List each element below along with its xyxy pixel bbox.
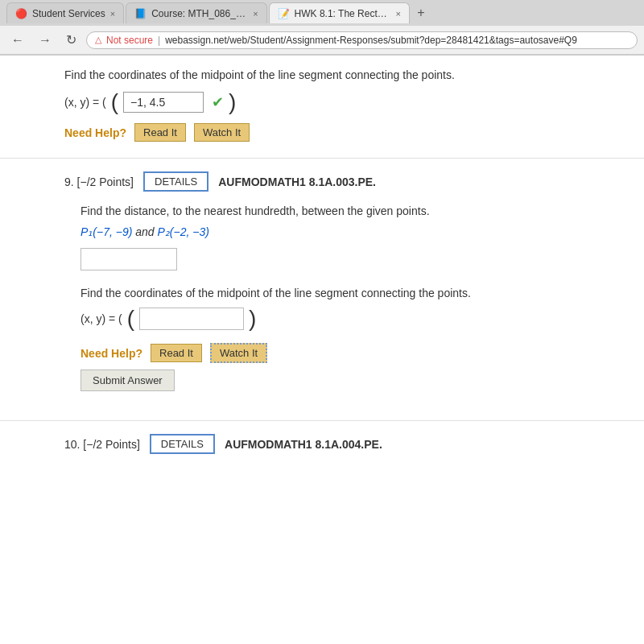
lock-icon: △ bbox=[95, 35, 101, 45]
question-10-id: AUFMODMATH1 8.1A.004.PE. bbox=[225, 438, 382, 451]
nav-bar: ← → ↻ △ Not secure | webassign.net/web/S… bbox=[0, 26, 644, 55]
tab-icon-hwk: 📝 bbox=[278, 8, 290, 19]
points-and: and bbox=[135, 225, 157, 238]
prev-close-paren: ) bbox=[229, 91, 236, 114]
tab-close-course[interactable]: × bbox=[253, 9, 258, 19]
p1-label: P₁(−7, −9) bbox=[80, 225, 132, 238]
midpoint-row: (x, y) = ( ( ) bbox=[80, 308, 580, 330]
address-bar[interactable]: △ Not secure | webassign.net/web/Student… bbox=[86, 31, 638, 49]
points-text: P₁(−7, −9) and P₂(−2, −3) bbox=[80, 225, 580, 238]
question-9-details-button[interactable]: DETAILS bbox=[143, 171, 208, 192]
p2-label: P₂(−2, −3) bbox=[158, 225, 209, 238]
checkmark-icon: ✔ bbox=[212, 93, 224, 111]
prev-need-help-row: Need Help? Read It Watch It bbox=[64, 123, 580, 142]
prev-watch-it-button[interactable]: Watch It bbox=[194, 123, 250, 142]
address-text: webassign.net/web/Student/Assignment-Res… bbox=[165, 35, 577, 46]
back-button[interactable]: ← bbox=[6, 31, 29, 49]
question-10-section: 10. [−/2 Points] DETAILS AUFMODMATH1 8.1… bbox=[0, 420, 644, 467]
midpoint-label: (x, y) = ( bbox=[80, 312, 122, 325]
prev-answer-input[interactable] bbox=[123, 92, 204, 113]
prev-answer-line: (x, y) = ( ( ✔ ) bbox=[64, 91, 580, 114]
question-9-id: AUFMODMATH1 8.1A.003.PE. bbox=[218, 175, 376, 188]
prev-read-it-button[interactable]: Read It bbox=[134, 123, 186, 142]
prev-open-paren: ( bbox=[111, 91, 118, 114]
question-10-details-button[interactable]: DETAILS bbox=[150, 434, 215, 454]
question-9-number: 9. [−/2 Points] bbox=[64, 175, 134, 188]
distance-input[interactable] bbox=[80, 248, 177, 270]
question-9-section: 9. [−/2 Points] DETAILS AUFMODMATH1 8.1A… bbox=[0, 159, 644, 420]
page-content: Find the coordinates of the midpoint of … bbox=[0, 56, 644, 644]
prev-need-help-label: Need Help? bbox=[64, 126, 126, 139]
browser-chrome: 🔴 Student Services × 📘 Course: MTH_086_0… bbox=[0, 0, 644, 56]
q9-need-help-row: Need Help? Read It Watch It bbox=[80, 343, 580, 363]
tab-label-hwk: HWK 8.1: The Rectangular Coord... bbox=[295, 8, 391, 19]
midpoint-text: Find the coordinates of the midpoint of … bbox=[80, 287, 580, 299]
submit-answer-button[interactable]: Submit Answer bbox=[80, 369, 175, 391]
prev-answer-label: (x, y) = ( bbox=[64, 96, 106, 109]
tab-icon-course: 📘 bbox=[134, 8, 147, 19]
reload-button[interactable]: ↻ bbox=[61, 31, 81, 49]
forward-button[interactable]: → bbox=[34, 31, 56, 49]
tab-close-student-services[interactable]: × bbox=[110, 9, 115, 19]
question-10-header: 10. [−/2 Points] DETAILS AUFMODMATH1 8.1… bbox=[16, 434, 644, 454]
tab-hwk[interactable]: 📝 HWK 8.1: The Rectangular Coord... × bbox=[269, 2, 410, 23]
question-10-number: 10. [−/2 Points] bbox=[64, 438, 140, 451]
tab-close-hwk[interactable]: × bbox=[396, 9, 401, 19]
tab-new-button[interactable]: + bbox=[411, 3, 431, 23]
question-9-body: Find the distance, to the nearest hundre… bbox=[16, 204, 644, 407]
prev-find-text: Find the coordinates of the midpoint of … bbox=[64, 68, 580, 81]
address-separator: | bbox=[158, 35, 160, 46]
find-distance-text: Find the distance, to the nearest hundre… bbox=[80, 204, 580, 217]
tab-label-student-services: Student Services bbox=[32, 8, 105, 19]
not-secure-label: Not secure bbox=[106, 35, 153, 46]
midpoint-open-paren: ( bbox=[127, 308, 134, 330]
q9-watch-it-button[interactable]: Watch It bbox=[210, 343, 267, 363]
midpoint-input[interactable] bbox=[139, 308, 244, 330]
tab-label-course: Course: MTH_086_002 Introduct... bbox=[151, 8, 248, 19]
q9-need-help-label: Need Help? bbox=[80, 347, 142, 360]
question-9-header: 9. [−/2 Points] DETAILS AUFMODMATH1 8.1A… bbox=[16, 171, 644, 192]
tab-bar: 🔴 Student Services × 📘 Course: MTH_086_0… bbox=[0, 0, 644, 26]
q9-read-it-button[interactable]: Read It bbox=[151, 344, 202, 362]
prev-question-section: Find the coordinates of the midpoint of … bbox=[0, 56, 644, 159]
tab-icon-student-services: 🔴 bbox=[15, 8, 27, 19]
midpoint-close-paren: ) bbox=[249, 308, 256, 330]
tab-student-services[interactable]: 🔴 Student Services × bbox=[6, 2, 124, 23]
tab-course[interactable]: 📘 Course: MTH_086_002 Introduct... × bbox=[126, 2, 266, 23]
